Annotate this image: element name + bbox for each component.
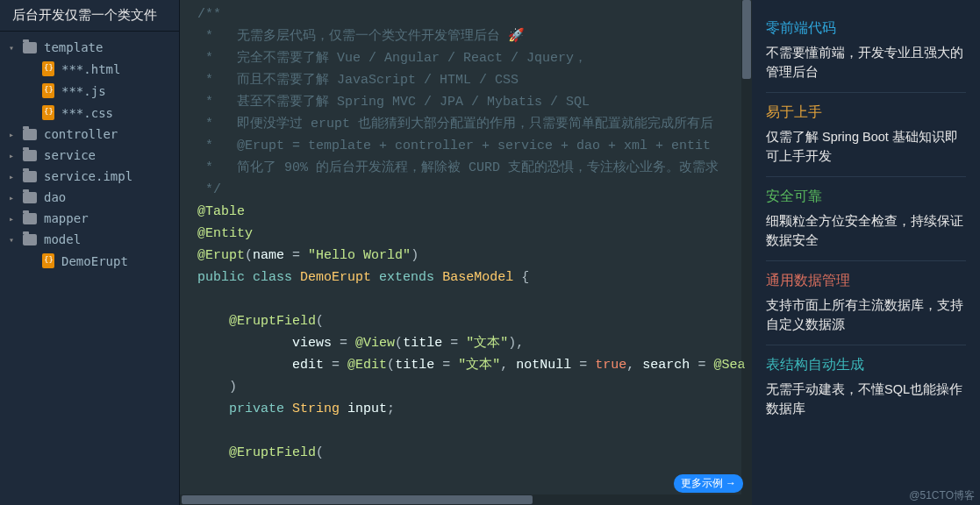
folder-icon (23, 129, 37, 140)
horizontal-scrollbar[interactable] (180, 494, 741, 505)
file-explorer: 后台开发仅需一个类文件 ▾template***.html***.js***.c… (0, 0, 180, 505)
tree-item-label: ***.js (61, 84, 106, 98)
tree-item-label: service (44, 148, 96, 162)
file-item[interactable]: ***.css (0, 102, 179, 124)
feature-card: 表结构自动生成无需手动建表，不懂SQL也能操作数据库 (766, 345, 966, 429)
feature-card: 易于上手仅需了解 Spring Boot 基础知识即可上手开发 (766, 93, 966, 177)
tree-item-label: dao (44, 190, 66, 204)
folder-icon (23, 213, 37, 224)
folder-item[interactable]: ▸service.impl (0, 166, 179, 187)
chevron-right-icon: ▸ (9, 151, 19, 160)
chevron-right-icon: ▸ (9, 193, 19, 203)
feature-title: 安全可靠 (766, 188, 966, 206)
folder-item[interactable]: ▸dao (0, 187, 179, 208)
chevron-right-icon: ▸ (9, 130, 19, 139)
tree-item-label: DemoErupt (61, 254, 128, 268)
more-examples-button[interactable]: 更多示例 → (674, 474, 743, 493)
tree-item-label: mapper (44, 211, 89, 225)
chevron-down-icon: ▾ (9, 43, 19, 53)
tree-item-label: ***.css (61, 106, 113, 120)
tree-item-label: template (44, 40, 103, 54)
feature-card: 零前端代码不需要懂前端，开发专业且强大的管理后台 (766, 9, 966, 93)
code-content: /** * 无需多层代码，仅需一个类文件开发管理后台 🚀 * 完全不需要了解 V… (180, 0, 752, 505)
tree-item-label: controller (44, 127, 118, 141)
folder-item[interactable]: ▾model (0, 229, 179, 250)
folder-icon (23, 42, 37, 53)
tree-item-label: service.impl (44, 169, 132, 183)
folder-icon (23, 234, 37, 245)
file-icon (42, 61, 54, 76)
file-item[interactable]: ***.html (0, 58, 179, 80)
tree-item-label: ***.html (61, 62, 120, 76)
folder-icon (23, 171, 37, 182)
code-editor[interactable]: /** * 无需多层代码，仅需一个类文件开发管理后台 🚀 * 完全不需要了解 V… (180, 0, 752, 505)
vertical-scrollbar[interactable] (741, 0, 752, 505)
file-icon (42, 253, 54, 268)
folder-item[interactable]: ▸mapper (0, 208, 179, 229)
file-tree[interactable]: ▾template***.html***.js***.css▸controlle… (0, 32, 179, 505)
feature-description: 无需手动建表，不懂SQL也能操作数据库 (766, 380, 966, 418)
folder-item[interactable]: ▸controller (0, 124, 179, 145)
folder-icon (23, 150, 37, 161)
feature-card: 安全可靠细颗粒全方位安全检查，持续保证数据安全 (766, 177, 966, 261)
feature-title: 通用数据管理 (766, 272, 966, 290)
chevron-down-icon: ▾ (9, 235, 19, 245)
watermark: @51CTO博客 (909, 488, 975, 503)
folder-item[interactable]: ▾template (0, 37, 179, 58)
sidebar-title: 后台开发仅需一个类文件 (0, 0, 179, 32)
feature-title: 易于上手 (766, 103, 966, 122)
feature-title: 零前端代码 (766, 19, 966, 38)
feature-card: 通用数据管理支持市面上所有主流数据库，支持自定义数据源 (766, 261, 966, 345)
feature-description: 仅需了解 Spring Boot 基础知识即可上手开发 (766, 127, 966, 166)
folder-item[interactable]: ▸service (0, 145, 179, 166)
feature-list: 零前端代码不需要懂前端，开发专业且强大的管理后台易于上手仅需了解 Spring … (752, 0, 980, 505)
feature-description: 不需要懂前端，开发专业且强大的管理后台 (766, 43, 966, 82)
file-item[interactable]: DemoErupt (0, 250, 179, 272)
file-icon (42, 83, 54, 98)
folder-icon (23, 192, 37, 203)
chevron-right-icon: ▸ (9, 214, 19, 224)
file-icon (42, 105, 54, 120)
chevron-right-icon: ▸ (9, 172, 19, 181)
feature-title: 表结构自动生成 (766, 356, 966, 374)
file-item[interactable]: ***.js (0, 80, 179, 102)
tree-item-label: model (44, 232, 81, 246)
feature-description: 细颗粒全方位安全检查，持续保证数据安全 (766, 211, 966, 250)
feature-description: 支持市面上所有主流数据库，支持自定义数据源 (766, 295, 966, 334)
